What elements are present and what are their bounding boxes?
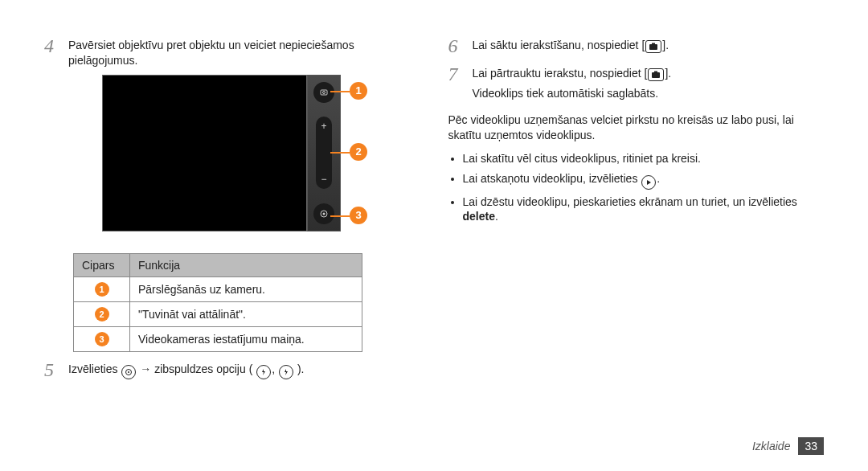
callout-1: 1 bbox=[350, 82, 367, 100]
flash-icon-1 bbox=[256, 365, 271, 379]
step7-line2: Videoklips tiek automātiski saglabāts. bbox=[473, 86, 825, 101]
step7-post: ]. bbox=[665, 67, 671, 80]
zoom-bar: + − bbox=[316, 117, 332, 189]
step-4: 4 Pavērsiet objektīvu pret objektu un ve… bbox=[44, 36, 420, 247]
settings-gear-icon bbox=[313, 203, 334, 224]
footer-page-number: 33 bbox=[798, 437, 824, 455]
step5-text: Izvēlieties → zibspuldzes opciju ( , ). bbox=[68, 362, 420, 379]
bullet-list: Lai skatītu vēl citus videoklipus, ritin… bbox=[448, 151, 825, 225]
step5-mid: → zibspuldzes opciju ( bbox=[140, 362, 252, 375]
step5-post: ). bbox=[297, 362, 305, 375]
row-fn-1: Pārslēgšanās uz kameru. bbox=[130, 276, 362, 301]
row-fn-2: "Tuvināt vai attālināt". bbox=[130, 301, 362, 326]
right-column: 6 Lai sāktu ierakstīšanu, nospiediet [].… bbox=[448, 36, 825, 455]
step5-pre: Izvēlieties bbox=[68, 362, 121, 375]
page-footer: Izklaide 33 bbox=[752, 437, 824, 455]
row-num-2: 2 bbox=[95, 307, 109, 322]
step-number-5: 5 bbox=[44, 360, 59, 384]
step-number-7: 7 bbox=[448, 64, 463, 106]
svg-rect-9 bbox=[654, 72, 657, 73]
row-fn-3: Videokameras iestatījumu maiņa. bbox=[130, 326, 362, 351]
svg-point-1 bbox=[323, 91, 326, 93]
function-table: Cipars Funkcija 1 Pārslēgšanās uz kameru… bbox=[73, 253, 362, 352]
footer-section: Izklaide bbox=[752, 440, 790, 453]
step-6: 6 Lai sāktu ierakstīšanu, nospiediet []. bbox=[448, 36, 825, 58]
b3-bold: delete bbox=[463, 210, 495, 223]
th-number: Cipars bbox=[74, 253, 130, 276]
camcorder-figure: + − 1 2 3 bbox=[102, 75, 375, 236]
b3-post: . bbox=[495, 210, 498, 223]
table-row: 3 Videokameras iestatījumu maiņa. bbox=[74, 326, 362, 351]
svg-rect-6 bbox=[649, 44, 657, 50]
b3-pre: Lai dzēstu videoklipu, pieskarieties ekr… bbox=[463, 195, 797, 208]
svg-point-3 bbox=[323, 212, 326, 215]
play-icon bbox=[641, 175, 656, 190]
step6-pre: Lai sāktu ierakstīšanu, nospiediet [ bbox=[473, 39, 645, 51]
left-column: 4 Pavērsiet objektīvu pret objektu un ve… bbox=[44, 36, 420, 455]
flash-icon-2 bbox=[279, 365, 293, 379]
step6-post: ]. bbox=[662, 39, 669, 51]
switch-camera-icon bbox=[313, 82, 334, 103]
callout-2: 2 bbox=[350, 143, 367, 161]
row-num-1: 1 bbox=[95, 282, 109, 297]
step-number-6: 6 bbox=[448, 36, 463, 58]
bullet-3: Lai dzēstu videoklipu, pieskarieties ekr… bbox=[463, 195, 825, 225]
step-number-4: 4 bbox=[44, 36, 59, 247]
table-row: 2 "Tuvināt vai attālināt". bbox=[74, 301, 362, 326]
camera-button-icon bbox=[645, 40, 661, 53]
svg-rect-8 bbox=[652, 72, 660, 78]
step7-text: Lai pārtrauktu ierakstu, nospiediet []. bbox=[473, 66, 825, 81]
svg-rect-0 bbox=[321, 90, 327, 95]
table-row: 1 Pārslēgšanās uz kameru. bbox=[74, 276, 362, 301]
step7-pre: Lai pārtrauktu ierakstu, nospiediet [ bbox=[473, 67, 648, 80]
b2-pre: Lai atskaņotu videoklipu, izvēlieties bbox=[463, 172, 641, 185]
zoom-plus-icon: + bbox=[321, 120, 326, 133]
zoom-minus-icon: − bbox=[321, 173, 326, 186]
th-function: Funkcija bbox=[130, 253, 362, 276]
step6-text: Lai sāktu ierakstīšanu, nospiediet []. bbox=[473, 38, 825, 53]
svg-point-5 bbox=[128, 371, 129, 373]
step-7: 7 Lai pārtrauktu ierakstu, nospiediet []… bbox=[448, 64, 825, 106]
step-5: 5 Izvēlieties → zibspuldzes opciju ( , )… bbox=[44, 360, 420, 384]
row-num-3: 3 bbox=[95, 332, 109, 346]
callout-3: 3 bbox=[350, 207, 367, 224]
camera-button-icon-2 bbox=[648, 68, 664, 81]
bullet-2: Lai atskaņotu videoklipu, izvēlieties . bbox=[463, 171, 825, 190]
svg-rect-7 bbox=[652, 43, 655, 45]
step4-text: Pavērsiet objektīvu pret objektu un veic… bbox=[68, 38, 420, 68]
viewfinder-area bbox=[102, 75, 307, 231]
post-record-para: Pēc videoklipu uzņemšanas velciet pirkst… bbox=[448, 113, 825, 143]
b2-post: . bbox=[657, 172, 660, 185]
bullet-1: Lai skatītu vēl citus videoklipus, ritin… bbox=[463, 151, 825, 166]
settings-circle-icon bbox=[121, 365, 136, 379]
